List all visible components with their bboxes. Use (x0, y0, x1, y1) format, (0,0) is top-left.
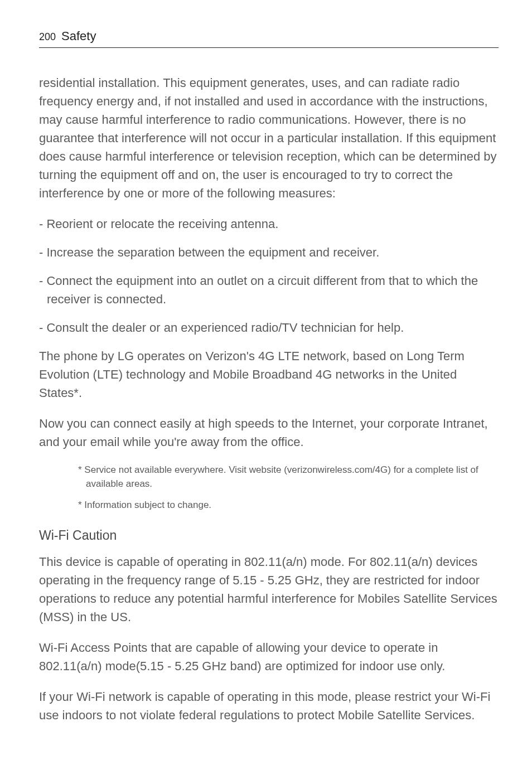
measure-item: - Connect the equipment into an outlet o… (39, 272, 499, 308)
wifi-paragraph-1: This device is capable of operating in 8… (39, 553, 499, 626)
connect-paragraph: Now you can connect easily at high speed… (39, 414, 499, 451)
footnote-item: * Service not available everywhere. Visi… (78, 463, 499, 491)
footnote-item: * Information subject to change. (78, 498, 499, 512)
wifi-paragraph-3: If your Wi-Fi network is capable of oper… (39, 687, 499, 724)
footnotes: * Service not available everywhere. Visi… (78, 463, 499, 512)
section-title: Safety (61, 27, 96, 45)
measure-item: - Consult the dealer or an experienced r… (39, 318, 499, 337)
intro-paragraph: residential installation. This equipment… (39, 74, 499, 202)
wifi-caution-heading: Wi-Fi Caution (39, 526, 499, 545)
page-number: 200 (39, 30, 56, 45)
page-header: 200 Safety (39, 27, 499, 48)
lte-paragraph: The phone by LG operates on Verizon's 4G… (39, 347, 499, 402)
wifi-paragraph-2: Wi-Fi Access Points that are capable of … (39, 638, 499, 675)
measure-item: - Reorient or relocate the receiving ant… (39, 215, 499, 233)
measure-item: - Increase the separation between the eq… (39, 243, 499, 262)
